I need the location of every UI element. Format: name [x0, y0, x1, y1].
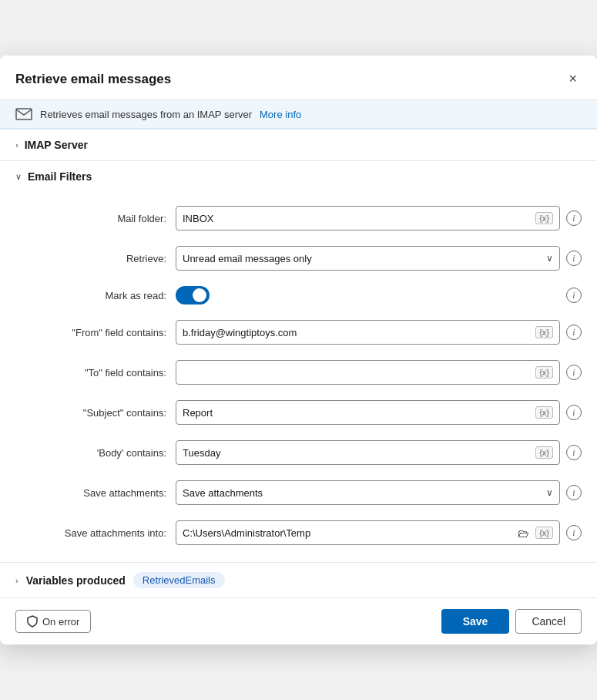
subject-field-badge: {x} — [535, 406, 553, 419]
variables-label: Variables produced — [26, 574, 126, 587]
subject-field-row: "Subject" contains: Report {x} i — [28, 392, 582, 432]
save-attachments-row: Save attachments: Save attachments ∨ i — [28, 473, 582, 513]
cancel-button[interactable]: Cancel — [515, 609, 582, 634]
to-field-label: "To" field contains: — [28, 367, 166, 379]
email-filters-label: Email Filters — [28, 170, 92, 183]
body-field-input[interactable]: Tuesday {x} — [176, 440, 560, 465]
mail-folder-info-icon[interactable]: i — [566, 210, 582, 226]
variables-section: › Variables produced RetrievedEmails — [0, 562, 597, 597]
mail-folder-row: Mail folder: INBOX {x} i — [28, 198, 582, 238]
retrieve-control: Unread email messages only ∨ i — [176, 246, 582, 271]
save-attachments-into-row: Save attachments into: C:\Users\Administ… — [28, 513, 582, 553]
mark-as-read-label: Mark as read: — [28, 290, 166, 301]
subject-field-label: "Subject" contains: — [28, 407, 166, 419]
from-field-info-icon[interactable]: i — [566, 325, 582, 340]
shield-icon — [27, 615, 38, 628]
mail-folder-badge: {x} — [535, 212, 553, 224]
mail-folder-label: Mail folder: — [28, 213, 166, 224]
from-field-label: "From" field contains: — [28, 327, 166, 338]
mail-folder-value: INBOX — [183, 213, 532, 224]
save-attachments-into-label: Save attachments into: — [28, 527, 166, 539]
retrieve-chevron-down-icon: ∨ — [546, 253, 553, 264]
from-field-input[interactable]: b.friday@wingtiptoys.com {x} — [176, 320, 560, 345]
save-attachments-control: Save attachments ∨ i — [176, 480, 582, 505]
to-field-badge: {x} — [535, 366, 553, 379]
subject-field-control: Report {x} i — [176, 400, 582, 425]
dialog-header: Retrieve email messages × — [0, 56, 597, 100]
body-field-label: 'Body' contains: — [28, 447, 166, 459]
body-field-info-icon[interactable]: i — [566, 445, 582, 460]
svg-rect-0 — [16, 109, 32, 119]
subject-field-input[interactable]: Report {x} — [176, 400, 560, 425]
on-error-button[interactable]: On error — [15, 610, 91, 633]
body-field-value: Tuesday — [183, 447, 532, 459]
variables-chevron-right-icon: › — [15, 576, 18, 585]
save-attachments-value: Save attachments — [183, 487, 263, 499]
from-field-control: b.friday@wingtiptoys.com {x} i — [176, 320, 582, 345]
retrieve-value: Unread email messages only — [183, 253, 312, 264]
email-icon — [15, 108, 32, 120]
save-attachments-into-control: C:\Users\Administrator\Temp 🗁 {x} i — [176, 520, 582, 545]
email-filters-form: Mail folder: INBOX {x} i Retrieve: Unrea… — [0, 192, 597, 562]
folder-icon: 🗁 — [518, 527, 529, 540]
mark-as-read-info-icon[interactable]: i — [566, 288, 582, 303]
on-error-label: On error — [42, 616, 79, 628]
email-filters-chevron-down-icon: ∨ — [15, 172, 22, 182]
mark-as-read-row: Mark as read: i — [28, 278, 582, 312]
from-field-row: "From" field contains: b.friday@wingtipt… — [28, 312, 582, 352]
to-field-info-icon[interactable]: i — [566, 365, 582, 380]
save-attachments-into-value: C:\Users\Administrator\Temp — [183, 527, 515, 539]
save-attachments-select[interactable]: Save attachments ∨ — [176, 480, 560, 505]
close-button[interactable]: × — [564, 69, 582, 89]
to-field-row: "To" field contains: {x} i — [28, 352, 582, 392]
save-attachments-into-info-icon[interactable]: i — [566, 525, 582, 540]
imap-chevron-right-icon: › — [15, 140, 18, 150]
retrieve-label: Retrieve: — [28, 253, 166, 264]
save-attachments-chevron-down-icon: ∨ — [546, 487, 553, 498]
footer-actions: Save Cancel — [441, 609, 582, 634]
info-banner-text: Retrieves email messages from an IMAP se… — [40, 109, 252, 120]
imap-server-label: IMAP Server — [25, 139, 88, 151]
from-field-badge: {x} — [535, 326, 553, 338]
body-field-badge: {x} — [535, 446, 553, 459]
to-field-control: {x} i — [176, 360, 582, 385]
toggle-knob — [193, 288, 206, 302]
mark-as-read-toggle[interactable] — [176, 286, 210, 305]
save-attachments-into-input[interactable]: C:\Users\Administrator\Temp 🗁 {x} — [176, 520, 560, 545]
retrieve-row: Retrieve: Unread email messages only ∨ i — [28, 238, 582, 278]
variables-badge: RetrievedEmails — [133, 572, 225, 588]
dialog-body: › IMAP Server ∨ Email Filters Mail folde… — [0, 129, 597, 597]
retrieve-info-icon[interactable]: i — [566, 251, 582, 266]
more-info-link[interactable]: More info — [260, 109, 301, 120]
dialog-title: Retrieve email messages — [15, 72, 171, 87]
mark-as-read-control: i — [176, 286, 582, 305]
dialog-footer: On error Save Cancel — [0, 597, 597, 644]
retrieve-email-dialog: Retrieve email messages × Retrieves emai… — [0, 56, 597, 644]
save-attachments-into-badge: {x} — [535, 527, 553, 539]
body-field-control: Tuesday {x} i — [176, 440, 582, 465]
body-field-row: 'Body' contains: Tuesday {x} i — [28, 432, 582, 473]
save-attachments-info-icon[interactable]: i — [566, 485, 582, 500]
retrieve-select[interactable]: Unread email messages only ∨ — [176, 246, 560, 271]
info-banner: Retrieves email messages from an IMAP se… — [0, 100, 597, 129]
imap-server-section-header[interactable]: › IMAP Server — [0, 130, 597, 160]
subject-field-value: Report — [183, 407, 532, 419]
save-button[interactable]: Save — [441, 609, 510, 634]
mail-folder-control: INBOX {x} i — [176, 206, 582, 231]
to-field-input[interactable]: {x} — [176, 360, 560, 385]
save-attachments-label: Save attachments: — [28, 487, 166, 499]
from-field-value: b.friday@wingtiptoys.com — [183, 327, 532, 338]
email-filters-section-header[interactable]: ∨ Email Filters — [0, 161, 597, 192]
subject-field-info-icon[interactable]: i — [566, 405, 582, 420]
mail-folder-input[interactable]: INBOX {x} — [176, 206, 560, 231]
